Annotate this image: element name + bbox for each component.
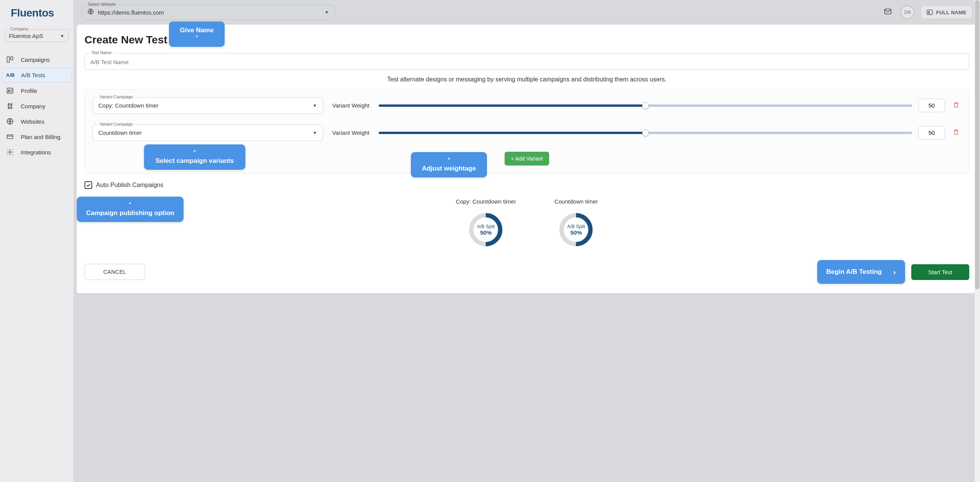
profile-icon [5, 87, 15, 94]
callout-begin-testing: Begin A/B Testing › [817, 260, 905, 284]
svg-point-10 [9, 151, 11, 153]
header: Select Website https://demo.fluentos.com… [74, 0, 980, 25]
sidebar: Fluentos Company Fluentos ApS ▼ Campaign… [0, 0, 74, 482]
gear-icon [5, 148, 15, 156]
trash-icon[interactable] [951, 100, 961, 111]
variant-campaign-value: Copy: Countdown timer [98, 102, 159, 109]
sidebar-item-label: Websites [21, 118, 44, 125]
donut-col: Copy: Countdown timer A/B Split 50% [456, 198, 516, 248]
company-icon [5, 102, 15, 110]
nav: Campaigns A/B A/B Tests Profile Company [0, 52, 73, 160]
cancel-button[interactable]: CANCEL [84, 264, 145, 280]
page-subtitle: Test alternate designs or messaging by s… [84, 76, 969, 83]
sidebar-item-label: Campaigns [21, 56, 50, 63]
checkbox-icon[interactable] [84, 181, 92, 189]
donut-chart: A/B Split 50% [468, 212, 504, 248]
globe-icon [87, 8, 94, 17]
sidebar-item-label: Integrations [21, 149, 51, 156]
variant-campaign-select[interactable]: Variant Campaign Countdown timer ▼ [93, 124, 323, 141]
svg-point-14 [928, 12, 929, 13]
auto-publish-label: Auto Publish Campaigns [96, 182, 163, 189]
donut-label: A/B Split [567, 224, 585, 229]
callout-adjust-weight: ˄ Adjust weightage [411, 152, 487, 177]
donut-pct: 50% [570, 229, 582, 236]
callout-publish-option: ˄ Campaign publishing option [77, 197, 184, 222]
svg-rect-9 [7, 135, 13, 139]
svg-rect-1 [11, 57, 13, 60]
scrollbar-thumb[interactable] [975, 0, 980, 289]
svg-rect-0 [7, 57, 10, 63]
donut-title: Copy: Countdown timer [456, 198, 516, 205]
chevron-down-icon: ▼ [324, 10, 329, 15]
company-label: Company [9, 27, 30, 31]
variant-weight-slider[interactable] [379, 104, 912, 107]
sidebar-item-abtests[interactable]: A/B A/B Tests [2, 68, 72, 82]
donut-title: Countdown timer [555, 198, 598, 205]
variant-campaign-label: Variant Campaign [98, 94, 135, 99]
bottom-row: CANCEL Begin A/B Testing › Start Test [84, 260, 969, 284]
variant-row: Variant Campaign Copy: Countdown timer ▼… [93, 97, 961, 114]
add-variant-button[interactable]: + Add Variant [505, 152, 549, 166]
sidebar-item-billing[interactable]: Plan and Billing [0, 129, 73, 144]
user-name: FULL NAME [936, 10, 967, 15]
callout-select-variants: ˄ Select campaign variants [144, 144, 245, 170]
website-label: Select Website [86, 2, 118, 7]
svg-point-6 [8, 107, 9, 108]
svg-point-3 [8, 90, 10, 91]
mail-icon[interactable] [881, 5, 894, 20]
variant-weight-slider[interactable] [379, 132, 912, 134]
sidebar-item-label: A/B Tests [21, 72, 45, 78]
slider-thumb[interactable] [642, 102, 649, 109]
content: Create New Test Give Name ˅ Test Name Te… [77, 25, 977, 293]
slider-thumb[interactable] [642, 129, 649, 136]
chevron-down-icon: ▼ [313, 130, 317, 136]
svg-point-7 [11, 107, 12, 108]
campaigns-icon [5, 56, 15, 63]
auto-publish-row[interactable]: Auto Publish Campaigns [84, 181, 969, 189]
variant-row: Variant Campaign Countdown timer ▼ Varia… [93, 124, 961, 141]
billing-icon [5, 133, 15, 141]
sidebar-item-label: Company [21, 103, 45, 109]
donut-pct: 50% [480, 229, 492, 236]
sidebar-item-company[interactable]: Company [0, 98, 73, 114]
donut-chart: A/B Split 50% [558, 212, 594, 248]
sidebar-item-campaigns[interactable]: Campaigns [0, 52, 73, 67]
variant-weight-label: Variant Weight [332, 129, 369, 136]
test-name-field[interactable]: Test Name [84, 53, 969, 70]
websites-icon [5, 118, 15, 125]
variants-panel: Variant Campaign Copy: Countdown timer ▼… [84, 89, 969, 174]
user-menu[interactable]: FULL NAME [920, 5, 972, 19]
variant-weight-input[interactable] [918, 126, 945, 139]
start-test-button[interactable]: Start Test [911, 264, 969, 280]
website-value: https://demo.fluentos.com [98, 9, 321, 16]
sidebar-item-label: Profile [21, 88, 37, 94]
variant-campaign-value: Countdown timer [98, 129, 142, 136]
ab-icon: A/B [6, 72, 15, 78]
company-value: Fluentos ApS [9, 33, 43, 39]
donut-charts: Copy: Countdown timer A/B Split 50% Coun [84, 198, 969, 248]
variant-weight-input[interactable] [918, 99, 945, 112]
company-select[interactable]: Company Fluentos ApS ▼ [5, 29, 69, 42]
chevron-down-icon: ▼ [60, 33, 65, 39]
scrollbar[interactable] [975, 0, 980, 482]
brand-logo: Fluentos [0, 0, 73, 26]
variant-campaign-select[interactable]: Variant Campaign Copy: Countdown timer ▼ [93, 97, 323, 114]
svg-rect-13 [927, 10, 932, 15]
variant-campaign-label: Variant Campaign [98, 122, 135, 126]
sidebar-item-integrations[interactable]: Integrations [0, 144, 73, 160]
test-name-input[interactable] [90, 59, 963, 65]
test-name-label: Test Name [89, 50, 114, 55]
svg-point-5 [11, 103, 12, 104]
sidebar-item-profile[interactable]: Profile [0, 83, 73, 98]
sidebar-item-label: Plan and Billing [21, 134, 60, 140]
chevron-down-icon: ▼ [313, 103, 317, 108]
svg-point-4 [8, 103, 9, 104]
website-select[interactable]: Select Website https://demo.fluentos.com… [81, 5, 335, 20]
user-icon [926, 9, 933, 16]
variant-weight-label: Variant Weight [332, 102, 369, 109]
donut-col: Countdown timer A/B Split 50% [555, 198, 598, 248]
sidebar-item-websites[interactable]: Websites [0, 114, 73, 129]
callout-give-name: Give Name ˅ [169, 22, 225, 47]
completion-badge[interactable]: 1% [901, 5, 914, 19]
trash-icon[interactable] [951, 127, 961, 139]
